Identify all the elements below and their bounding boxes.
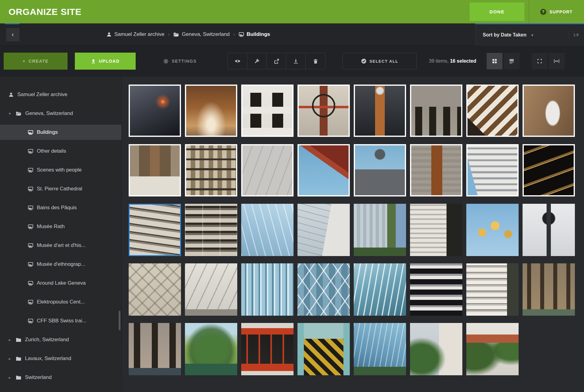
photo-tile-concrete-diagonal-lines[interactable]: [241, 144, 294, 196]
sidebar-item-other-details[interactable]: Other details: [0, 144, 121, 159]
support-label: SUPPORT: [549, 9, 572, 14]
view-toggle-group: [487, 53, 520, 69]
photo-tile-white-museum-angles[interactable]: [185, 263, 237, 316]
sidebar-item-mus-e-d-art-et-d-his-[interactable]: Musée d'art et d'his...: [0, 238, 121, 253]
create-button[interactable]: + CREATE: [4, 53, 68, 70]
folder-open-icon: [16, 111, 22, 116]
photo-tile-modern-grid-tower[interactable]: [466, 144, 519, 196]
share-icon: [274, 59, 279, 64]
sidebar-item-bains-des-p-quis[interactable]: Bains des Pâquis: [0, 200, 121, 215]
sidebar-item-cff-sbb-swiss-trai-[interactable]: CFF SBB Swiss trai...: [0, 313, 121, 328]
items-count-selected: 16 selected: [450, 58, 476, 64]
sidebar-item-samuel-zeller-archive[interactable]: Samuel Zeller archive: [0, 87, 121, 102]
delete-button[interactable]: [306, 53, 325, 69]
sidebar-item-elektropoulos-cent-[interactable]: Elektropoulos Cent...: [0, 294, 121, 310]
photo-tile-golden-domes-church[interactable]: [466, 204, 519, 256]
list-view-button[interactable]: [504, 53, 520, 69]
chevron-right-icon: ▸: [7, 338, 12, 342]
photo-tile-circular-sign-doorway[interactable]: [297, 85, 350, 137]
photo-tile-white-facade-four-windows[interactable]: [241, 85, 294, 137]
photo-tile-red-roof-house-trees[interactable]: [466, 323, 519, 375]
photo-tile-roof-beams-diagonal[interactable]: [466, 85, 519, 137]
breadcrumb-bar: ‹ Samuel Zeller archive›Geneva, Switzerl…: [0, 23, 584, 46]
photo-tile-white-slat-balconies[interactable]: [466, 263, 519, 316]
breadcrumb-item-geneva-switzerland[interactable]: Geneva, Switzerland: [173, 31, 230, 37]
gallery-icon: [28, 319, 33, 323]
select-all-button[interactable]: SELECT ALL: [342, 53, 417, 69]
settings-button[interactable]: SETTINGS: [156, 53, 204, 70]
fit-width-button[interactable]: [549, 53, 565, 69]
photo-tile-curved-glass-waves[interactable]: [354, 263, 406, 316]
upload-button[interactable]: UPLOAD: [75, 53, 136, 70]
sidebar-item-lavaux-switzerland[interactable]: ▸Lavaux, Switzerland: [0, 351, 121, 366]
sidebar-item-label: Around Lake Geneva: [37, 280, 86, 286]
chevron-right-icon: ▸: [7, 375, 12, 380]
folder-icon: [16, 338, 21, 342]
photo-tile-carwash-gate-teal[interactable]: [297, 323, 350, 375]
top-bar: ORGANIZE SITE DONE ? SUPPORT: [0, 0, 584, 23]
breadcrumb-item-samuel-zeller-archive[interactable]: Samuel Zeller archive: [106, 31, 164, 37]
photo-tile-snowy-alley-tower[interactable]: [129, 144, 181, 196]
photo-tile-night-chimney-smoke[interactable]: [129, 85, 181, 137]
photo-tile-glass-tower-blue[interactable]: [241, 204, 294, 256]
grid-view-button[interactable]: [487, 53, 502, 69]
photo-tile-gray-gable-house[interactable]: [354, 144, 406, 196]
photo-tile-brutalist-facade-closeup[interactable]: [185, 204, 237, 256]
photo-tile-graffiti-man-wall[interactable]: [523, 85, 575, 137]
photo-tile-museum-door-stone[interactable]: [410, 144, 462, 196]
photo-tile-office-grid-facade[interactable]: [185, 144, 237, 196]
chevron-down-icon[interactable]: ▾: [531, 33, 534, 37]
expand-button[interactable]: [532, 53, 548, 69]
support-button[interactable]: ? SUPPORT: [529, 0, 584, 23]
wrench-icon: [254, 59, 259, 64]
photo-tile-stone-arches-inscription[interactable]: [410, 85, 462, 137]
download-button[interactable]: [286, 53, 306, 69]
photo-tile-louver-facade-dark-edge[interactable]: [410, 204, 462, 256]
photo-tile-dark-facade-clock[interactable]: [354, 85, 406, 137]
photo-tile-glass-wall-trees[interactable]: [354, 323, 406, 375]
photo-tile-glass-x-braces[interactable]: [297, 263, 350, 316]
sidebar-item-mus-e-rath[interactable]: Musée Rath: [0, 219, 121, 234]
sidebar-scrollbar[interactable]: [119, 311, 120, 330]
photo-tile-stone-facade-water[interactable]: [129, 323, 181, 375]
grid-view-icon: [492, 59, 497, 64]
photo-tile-balcony-rows-dark[interactable]: [410, 263, 462, 316]
photo-tile-spiral-parking-garage[interactable]: [129, 204, 181, 256]
breadcrumb-item-buildings[interactable]: Buildings: [239, 31, 270, 37]
back-accent-line: [5, 23, 19, 24]
gallery-icon: [28, 206, 33, 210]
photo-tile-blue-glass-verticals[interactable]: [241, 263, 294, 316]
photo-tile-white-tower-angles[interactable]: [297, 204, 350, 256]
photo-tile-stone-arch-bridge[interactable]: [523, 263, 575, 316]
preview-button[interactable]: [228, 53, 247, 69]
done-button[interactable]: DONE: [470, 2, 524, 21]
chevron-right-icon: ▸: [7, 356, 12, 361]
photo-tile-signal-pole-cross[interactable]: [523, 204, 575, 256]
sidebar-item-st-pierre-cathedral[interactable]: St. Pierre Cathedral: [0, 181, 121, 196]
tools-button[interactable]: [247, 53, 267, 69]
photo-tile-warehouse-roof-interior[interactable]: [185, 85, 237, 137]
back-button[interactable]: ‹: [6, 28, 19, 41]
sidebar-item-scenes-with-people[interactable]: Scenes with people: [0, 162, 121, 178]
photo-tile-riverbank-trees[interactable]: [185, 323, 237, 375]
sort-dropdown[interactable]: Sort by Date Taken: [483, 32, 527, 38]
sidebar-item-label: Bains des Pâquis: [37, 205, 77, 211]
photo-tile-ivy-hedge-white-building[interactable]: [410, 323, 462, 375]
sidebar-item-geneva-switzerland[interactable]: ▾Geneva, Switzerland: [0, 106, 121, 121]
sidebar-item-buildings[interactable]: Buildings: [0, 125, 121, 140]
gallery-icon: [28, 130, 33, 135]
sidebar-item-zurich-switzerland[interactable]: ▸Zurich, Switzerland: [0, 332, 121, 347]
sidebar-item-paris[interactable]: ▸Paris: [0, 389, 121, 392]
upload-icon: [91, 59, 96, 64]
share-button[interactable]: [267, 53, 286, 69]
sidebar-item-switzerland[interactable]: ▸Switzerland: [0, 370, 121, 385]
sidebar-item-mus-e-d-ethnograp-[interactable]: Musée d'ethnograp...: [0, 257, 121, 272]
eye-icon: [235, 59, 241, 64]
photo-tile-red-glass-corner-sky[interactable]: [297, 144, 350, 196]
plus-icon: +: [23, 59, 26, 64]
sidebar-item-around-lake-geneva[interactable]: Around Lake Geneva: [0, 276, 121, 291]
photo-tile-glass-cube-trees[interactable]: [354, 204, 406, 256]
photo-tile-triangle-pattern-facade[interactable]: [129, 263, 181, 316]
photo-tile-red-grid-fence-building[interactable]: [241, 323, 294, 375]
photo-tile-golden-beams-symmetric[interactable]: [523, 144, 575, 196]
